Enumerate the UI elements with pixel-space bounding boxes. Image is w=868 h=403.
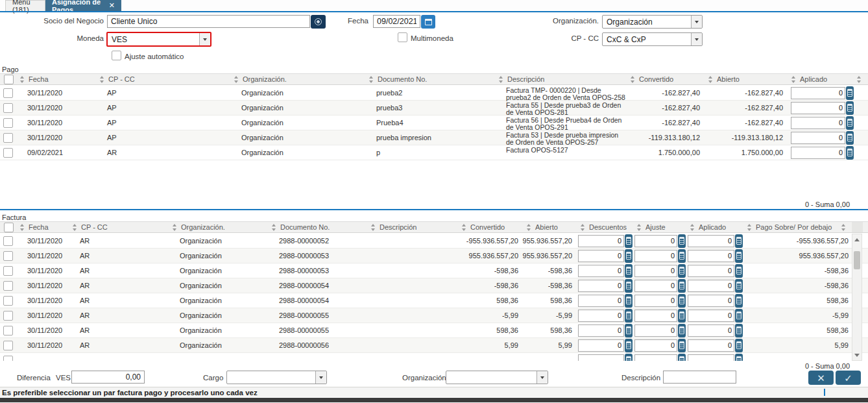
organizacion-select-arrow[interactable] bbox=[691, 16, 702, 28]
factura-ajuste-input[interactable] bbox=[634, 339, 677, 352]
factura-descuentos-input[interactable] bbox=[578, 339, 624, 352]
calculator-button[interactable] bbox=[735, 354, 743, 361]
calculator-button[interactable] bbox=[625, 309, 633, 323]
footer-organizacion-select[interactable] bbox=[446, 371, 548, 384]
tab-asignacion-de-pagos[interactable]: Asignación de Pagos ✕ bbox=[45, 0, 121, 11]
calculator-button[interactable] bbox=[678, 354, 686, 361]
column-header[interactable]: Pago Sobre/ Por debajo bbox=[743, 222, 852, 232]
calculator-button[interactable] bbox=[678, 339, 686, 352]
factura-descuentos-input[interactable] bbox=[578, 250, 624, 262]
factura-descuentos-input[interactable] bbox=[578, 324, 624, 337]
calculator-button[interactable] bbox=[678, 324, 686, 337]
row-select-checkbox[interactable] bbox=[3, 88, 13, 98]
multimoneda-checkbox[interactable] bbox=[398, 32, 407, 42]
cp-cc-select-arrow[interactable] bbox=[691, 33, 702, 45]
calculator-button[interactable] bbox=[625, 294, 633, 308]
moneda-select-arrow[interactable] bbox=[199, 33, 210, 45]
row-select-checkbox[interactable] bbox=[3, 311, 13, 321]
factura-aplicado-input[interactable] bbox=[688, 280, 734, 292]
calculator-button[interactable] bbox=[846, 146, 854, 160]
calculator-button[interactable] bbox=[735, 339, 743, 352]
cargo-select-arrow[interactable] bbox=[315, 371, 326, 384]
column-header[interactable]: Abierto bbox=[704, 74, 787, 84]
factura-aplicado-input[interactable] bbox=[688, 265, 734, 277]
factura-aplicado-input[interactable] bbox=[688, 310, 734, 322]
factura-descuentos-input[interactable] bbox=[578, 354, 624, 361]
scrollbar-thumb[interactable] bbox=[854, 251, 860, 269]
column-header[interactable]: Abierto bbox=[522, 222, 576, 232]
calculator-button[interactable] bbox=[735, 264, 743, 278]
confirm-button[interactable]: ✓ bbox=[836, 371, 861, 385]
column-header[interactable]: Descripción bbox=[494, 74, 626, 84]
calculator-button[interactable] bbox=[846, 131, 854, 145]
factura-ajuste-input[interactable] bbox=[634, 265, 677, 277]
pago-aplicado-input[interactable] bbox=[791, 117, 845, 129]
organizacion-select[interactable]: Organización bbox=[602, 15, 703, 29]
row-select-checkbox[interactable] bbox=[3, 236, 13, 246]
calculator-button[interactable] bbox=[735, 309, 743, 323]
scroll-down-icon[interactable] bbox=[852, 351, 862, 359]
row-select-checkbox[interactable] bbox=[3, 118, 13, 128]
calculator-button[interactable] bbox=[678, 309, 686, 323]
factura-ajuste-input[interactable] bbox=[634, 295, 677, 307]
factura-ajuste-input[interactable] bbox=[634, 310, 677, 322]
calculator-button[interactable] bbox=[846, 86, 854, 100]
factura-aplicado-input[interactable] bbox=[688, 339, 734, 352]
column-header[interactable]: CP - CC bbox=[95, 74, 230, 84]
factura-aplicado-input[interactable] bbox=[688, 324, 734, 337]
column-header[interactable]: Convertido bbox=[626, 74, 704, 84]
diferencia-input[interactable] bbox=[71, 371, 145, 384]
calculator-button[interactable] bbox=[625, 279, 633, 293]
calculator-button[interactable] bbox=[846, 101, 854, 115]
calculator-button[interactable] bbox=[625, 339, 633, 352]
calculator-button[interactable] bbox=[678, 279, 686, 293]
cargo-select[interactable] bbox=[226, 371, 327, 384]
column-header[interactable]: Fecha bbox=[16, 222, 68, 232]
pago-aplicado-input[interactable] bbox=[791, 132, 845, 144]
calculator-button[interactable] bbox=[678, 234, 686, 248]
column-header[interactable]: Aplicado bbox=[787, 74, 854, 84]
factura-ajuste-input[interactable] bbox=[634, 324, 677, 337]
factura-ajuste-input[interactable] bbox=[634, 354, 677, 361]
calculator-button[interactable] bbox=[625, 234, 633, 248]
calculator-button[interactable] bbox=[625, 354, 633, 361]
factura-descuentos-input[interactable] bbox=[578, 310, 624, 322]
close-icon[interactable]: ✕ bbox=[109, 1, 115, 10]
business-partner-record-button[interactable] bbox=[311, 15, 326, 29]
calculator-button[interactable] bbox=[735, 324, 743, 337]
factura-ajuste-input[interactable] bbox=[634, 250, 677, 262]
factura-aplicado-input[interactable] bbox=[688, 354, 734, 361]
calculator-button[interactable] bbox=[625, 264, 633, 278]
calculator-button[interactable] bbox=[625, 324, 633, 337]
moneda-select[interactable]: VES bbox=[106, 32, 211, 47]
select-all-checkbox[interactable] bbox=[4, 223, 14, 232]
calculator-button[interactable] bbox=[735, 279, 743, 293]
column-header[interactable]: Documento No. bbox=[267, 222, 367, 232]
column-header[interactable]: CP - CC bbox=[68, 222, 168, 232]
column-header[interactable]: Ajuste bbox=[633, 222, 686, 232]
column-header[interactable]: Organización. bbox=[230, 74, 365, 84]
calculator-button[interactable] bbox=[846, 116, 854, 130]
column-header[interactable]: Descuentos bbox=[576, 222, 633, 232]
factura-descuentos-input[interactable] bbox=[578, 235, 624, 247]
column-header[interactable]: Organización. bbox=[168, 222, 267, 232]
row-select-checkbox[interactable] bbox=[3, 296, 13, 306]
row-select-checkbox[interactable] bbox=[3, 148, 13, 158]
row-select-checkbox[interactable] bbox=[3, 356, 13, 361]
row-select-checkbox[interactable] bbox=[3, 326, 13, 336]
row-select-checkbox[interactable] bbox=[3, 103, 13, 113]
factura-descuentos-input[interactable] bbox=[578, 280, 624, 292]
calculator-button[interactable] bbox=[625, 249, 633, 263]
factura-aplicado-input[interactable] bbox=[688, 235, 734, 247]
row-select-checkbox[interactable] bbox=[3, 251, 13, 261]
column-header[interactable] bbox=[854, 74, 868, 84]
column-header[interactable]: Convertido bbox=[457, 222, 522, 232]
calculator-button[interactable] bbox=[735, 249, 743, 263]
factura-ajuste-input[interactable] bbox=[634, 235, 677, 247]
pago-aplicado-input[interactable] bbox=[791, 102, 845, 114]
column-header[interactable] bbox=[0, 74, 16, 84]
factura-aplicado-input[interactable] bbox=[688, 295, 734, 307]
cancel-button[interactable]: ✕ bbox=[808, 371, 834, 385]
calendar-button[interactable] bbox=[421, 15, 435, 29]
socio-del-negocio-input[interactable] bbox=[107, 15, 310, 28]
